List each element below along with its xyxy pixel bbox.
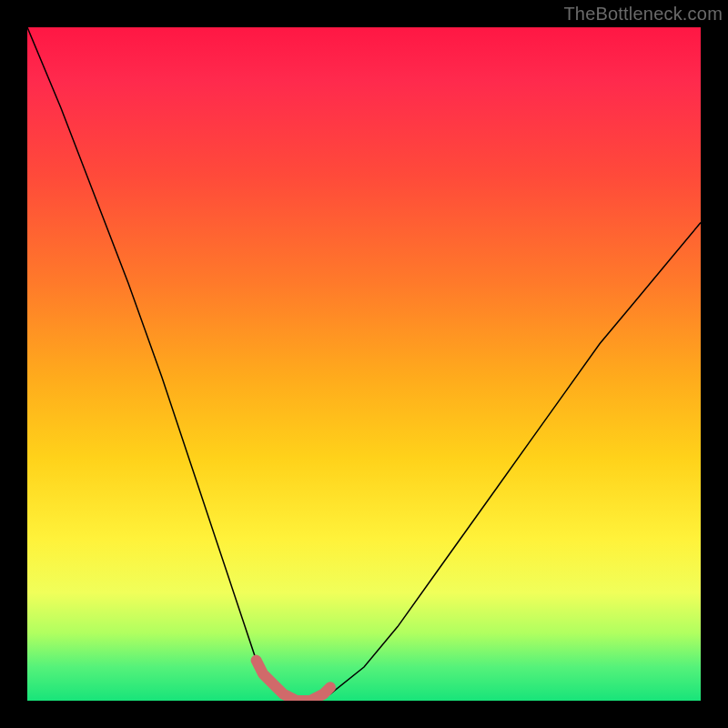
chart-overlay — [27, 27, 701, 701]
bottleneck-curve-line — [27, 27, 701, 701]
optimum-marker-line — [257, 661, 330, 701]
watermark-text: TheBottleneck.com — [563, 4, 723, 25]
chart-stage: TheBottleneck.com — [0, 0, 728, 728]
plot-area — [27, 27, 701, 701]
